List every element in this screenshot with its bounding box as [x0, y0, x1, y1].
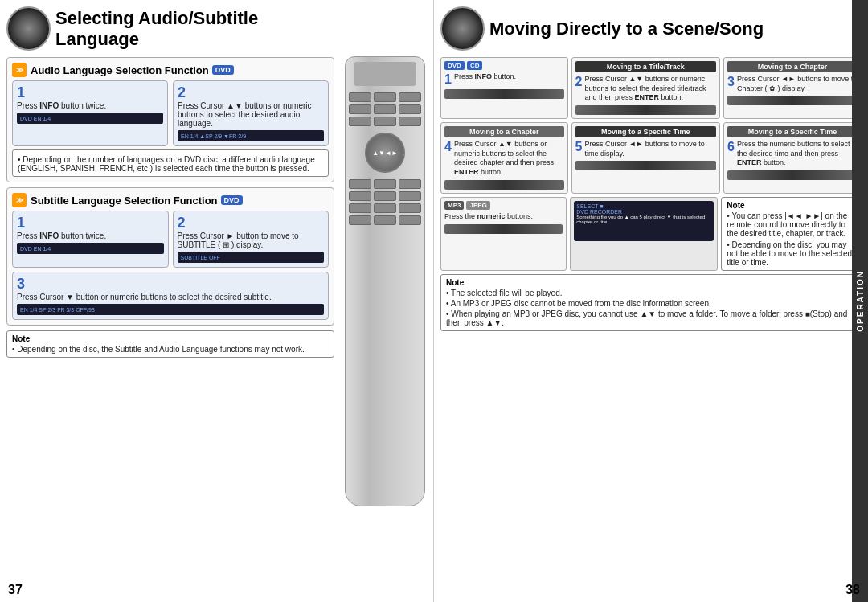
mp3-screen-line3: Something file you do ▲ can 5 play direc…	[576, 215, 711, 224]
screen-text-2: EN 1/4 ▲SP 2/9 ▼FR 3/9	[181, 133, 246, 139]
mp3-screen: SELECT ■ DVD RECORDER Something file you…	[574, 201, 714, 241]
subtitle-step1-screen: DVD EN 1/4	[17, 243, 164, 254]
remote-btn-2	[374, 92, 396, 102]
subtitle-step1: 1 Press INFO button twice. DVD EN 1/4	[12, 211, 169, 268]
remote-btn-10	[349, 179, 371, 189]
enter-bold-2: ENTER	[454, 168, 479, 176]
step4-bar	[444, 180, 564, 190]
badge-jpeg: JPEG	[466, 201, 489, 210]
enter-bold-3: ENTER	[737, 158, 762, 166]
screen-text-1: DVD EN 1/4	[20, 116, 51, 121]
step3-bar	[727, 96, 858, 105]
audio-section-header: ≫ Audio Language Selection Function DVD	[12, 63, 329, 77]
step6-text: Press the numeric buttons to select the …	[737, 140, 858, 168]
step4-content: 4 Press Cursor ▲▼ buttons or numeric but…	[444, 140, 564, 178]
note-title-left: Note	[12, 334, 329, 343]
step5-num: 5	[575, 140, 583, 154]
right-title: Moving Directly to a Scene/Song	[489, 18, 764, 39]
badge-row-mp3: MP3 JPEG	[444, 201, 563, 210]
left-header: Selecting Audio/Subtitle Language	[6, 6, 334, 51]
info-bold-right: INFO	[474, 72, 492, 80]
left-content: Selecting Audio/Subtitle Language ≫ Audi…	[6, 6, 334, 358]
screen-text-4: SUBTITLE OFF	[181, 255, 220, 260]
audio-note: • Depending on the number of languages o…	[12, 149, 329, 177]
audio-note-text: • Depending on the number of languages o…	[18, 155, 323, 173]
subtitle-step3-screen: EN 1/4 SP 2/3 FR 3/3 OFF/93	[17, 304, 324, 315]
audio-step2-num: 2	[178, 85, 324, 100]
audio-step1-screen: DVD EN 1/4	[17, 113, 163, 124]
remote-buttons-top	[346, 89, 424, 129]
step5-bar	[575, 161, 717, 170]
remote-btn-8	[374, 117, 396, 126]
specific-time-mid-header: Moving to a Specific Time	[575, 126, 717, 137]
info-bold-2: INFO	[39, 231, 59, 240]
step6-num: 6	[727, 140, 735, 154]
subtitle-step1-num: 1	[17, 215, 164, 230]
numeric-bold: numeric	[477, 212, 506, 220]
chapter-top-header: Moving to a Chapter	[727, 61, 858, 72]
mp3-bar	[444, 224, 563, 234]
remote-btn-20	[374, 215, 396, 225]
subtitle-icon: ≫	[12, 193, 27, 207]
subtitle-step3-num: 3	[17, 276, 324, 291]
subtitle-step2-text: Press Cursor ► button to move to SUBTITL…	[178, 231, 325, 249]
screen-text-3: DVD EN 1/4	[20, 246, 51, 252]
mp3-screen-cell: SELECT ■ DVD RECORDER Something file you…	[570, 197, 718, 271]
mp3-screen-line2: DVD RECORDER	[576, 209, 711, 215]
remote-btn-15	[399, 191, 421, 201]
middle-row: Moving to a Chapter 4 Press Cursor ▲▼ bu…	[440, 122, 862, 194]
mp3-note-1: • The selected file will be played.	[446, 289, 856, 297]
audio-step1: 1 Press INFO button twice. DVD EN 1/4	[12, 80, 168, 146]
subtitle-step1-text: Press INFO button twice.	[17, 231, 164, 240]
mp3-screen-line1: SELECT ■	[576, 203, 711, 209]
left-title: Selecting Audio/Subtitle Language	[55, 8, 334, 50]
audio-section: ≫ Audio Language Selection Function DVD …	[6, 57, 334, 182]
remote-btn-19	[349, 215, 371, 225]
remote-btn-1	[349, 92, 371, 102]
step1-text: Press INFO button.	[454, 72, 516, 82]
mp3-notes: Note • The selected file will be played.…	[440, 274, 862, 331]
remote-btn-12	[399, 179, 421, 189]
specific-time-right-header: Moving to a Specific Time	[727, 126, 858, 137]
screen-text-5: EN 1/4 SP 2/3 FR 3/3 OFF/93	[20, 307, 95, 313]
remote-btn-4	[349, 104, 371, 114]
mp3-note-title: Note	[446, 278, 856, 287]
remote-btn-7	[349, 117, 371, 126]
specific-time-mid-cell: Moving to a Specific Time 5 Press Cursor…	[571, 122, 721, 194]
step2-bar	[575, 105, 717, 115]
step2-content: 2 Press Cursor ▲▼ buttons or numeric but…	[575, 75, 717, 103]
remote-btn-18	[399, 203, 421, 213]
disc-icon-left	[6, 6, 51, 51]
audio-step2: 2 Press Cursor ▲▼ buttons or numeric but…	[173, 80, 329, 146]
step3-content: 3 Press Cursor ◄► buttons to move to Cha…	[727, 75, 858, 93]
step6-content: 6 Press the numeric buttons to select th…	[727, 140, 858, 168]
right-note-item1: • You can press |◄◄ ►►| on the remote co…	[727, 211, 856, 238]
operation-label: OPERATION	[856, 270, 865, 332]
badge-dvd: DVD	[444, 61, 465, 70]
remote-btn-21	[399, 215, 421, 225]
step6-bar	[727, 170, 858, 180]
audio-step1-text: Press INFO button twice.	[17, 101, 163, 110]
remote-btn-3	[399, 92, 421, 102]
subtitle-badge: DVD	[221, 195, 243, 205]
bottom-row: MP3 JPEG Press the numeric buttons. SELE…	[440, 197, 862, 271]
left-note-text: • Depending on the disc, the Subtitle an…	[12, 345, 329, 354]
remote-btn-17	[374, 203, 396, 213]
subtitle-step2-num: 2	[178, 215, 325, 230]
subtitle-step2-screen: SUBTITLE OFF	[178, 252, 325, 263]
right-header: Moving Directly to a Scene/Song	[440, 6, 862, 51]
disc-icon-right	[440, 6, 485, 51]
right-note-item2: • Depending on the disc, you may not be …	[727, 240, 856, 267]
page-number-right: 38	[845, 583, 860, 597]
remote-btn-14	[374, 191, 396, 201]
enter-bold-1: ENTER	[634, 93, 659, 101]
subtitle-section: ≫ Subtitle Language Selection Function D…	[6, 187, 334, 326]
audio-icon: ≫	[12, 63, 27, 77]
step3-text: Press Cursor ◄► buttons to move to Chapt…	[737, 75, 858, 93]
operation-sidebar: OPERATION	[852, 0, 868, 602]
audio-step2-screen: EN 1/4 ▲SP 2/9 ▼FR 3/9	[178, 130, 324, 141]
chapter-top-cell: Moving to a Chapter 3 Press Cursor ◄► bu…	[723, 57, 862, 119]
mp3-note-2: • An MP3 or JPEG disc cannot be moved fr…	[446, 299, 856, 308]
remote-btn-5	[374, 104, 396, 114]
subtitle-heading: Subtitle Language Selection Function	[31, 195, 218, 207]
